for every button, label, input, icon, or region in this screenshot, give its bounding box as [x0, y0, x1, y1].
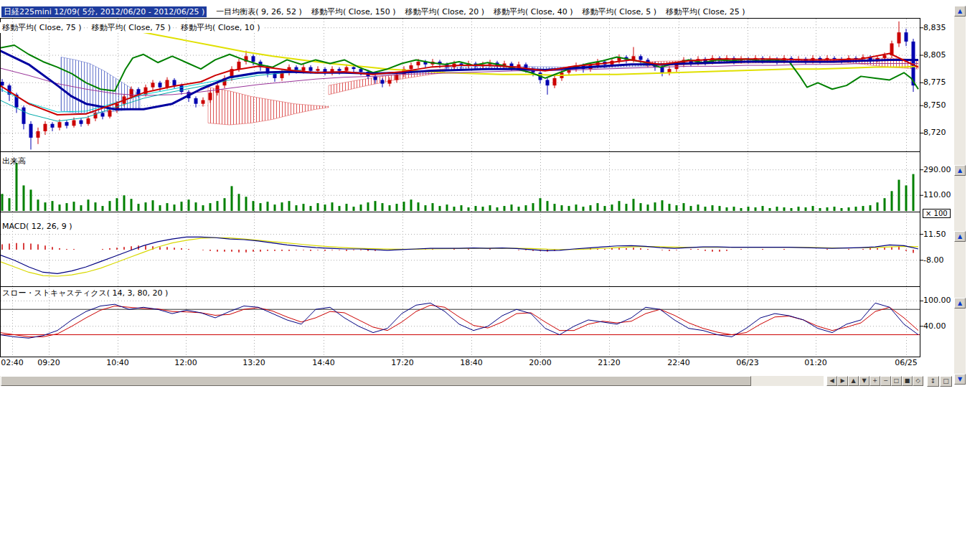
volume-axis-label: 110.00 — [923, 190, 951, 199]
time-axis-label: 22:40 — [667, 358, 690, 367]
indicator-chip-1-1[interactable]: 日経225mini 12/09( 5分, 2012/06/20 - 2012/0… — [1, 6, 207, 17]
scroll-up-button-pane-2[interactable]: ▲ — [954, 165, 966, 176]
volume-pane-title: 出来高 — [2, 156, 26, 166]
time-axis-label: 10:40 — [106, 358, 129, 367]
scroll-right-button[interactable]: ▶ — [837, 376, 848, 386]
indicator-chip-1-5[interactable]: 移動平均( Close, 40 ) — [494, 6, 573, 17]
indicator-chip-1-2[interactable]: 一目均衡表( 9, 26, 52 ) — [216, 6, 302, 17]
time-axis-label: 13:20 — [242, 358, 265, 367]
horizontal-scrollbar-thumb[interactable] — [1, 376, 751, 386]
indicator-header-row-2: 移動平均( Close, 75 )移動平均( Close, 75 )移動平均( … — [0, 19, 268, 33]
scroll-left-button[interactable]: ◀ — [826, 376, 837, 386]
scroll-up-button-pane-3[interactable]: ▲ — [954, 231, 966, 242]
time-axis-label: 12:00 — [174, 358, 197, 367]
price-axis-label: 8,775 — [923, 77, 946, 87]
macd-pane-title: MACD( 12, 26, 9 ) — [2, 222, 72, 231]
full-range-button[interactable]: ■ — [902, 376, 913, 386]
indicator-chip-1-6[interactable]: 移動平均( Close, 5 ) — [583, 6, 657, 17]
price-axis-label: 8,835 — [923, 23, 946, 32]
time-axis-label: 14:40 — [312, 358, 335, 367]
volume-axis-label: 290.00 — [923, 165, 951, 174]
pane-resize-button[interactable]: ↕ — [927, 376, 939, 387]
time-axis-label: 17:20 — [391, 358, 414, 367]
layout-button[interactable]: □ — [940, 376, 952, 387]
macd-axis-label: 11.50 — [923, 230, 946, 239]
zoom-out-button[interactable]: ▼ — [859, 376, 870, 386]
shrink-button[interactable]: − — [880, 376, 891, 386]
time-axis-label: 18:40 — [460, 358, 483, 367]
vertical-scrollbar-track[interactable] — [954, 6, 966, 385]
time-axis-label: 01:20 — [804, 358, 827, 367]
time-axis-label: 20:00 — [529, 358, 552, 367]
stochastics-pane-title: スロー・ストキャスティクス( 14, 3, 80, 20 ) — [2, 288, 168, 298]
scroll-up-button-pane-1[interactable]: ▲ — [954, 6, 966, 17]
indicator-chip-2-3[interactable]: 移動平均( Close, 10 ) — [179, 22, 263, 33]
expand-button[interactable]: + — [870, 376, 880, 386]
cursor-mode-button[interactable]: ◇ — [913, 376, 923, 386]
macd-axis-label: -8.00 — [923, 255, 943, 265]
chart-canvas[interactable] — [0, 0, 980, 551]
price-axis-label: 8,805 — [923, 50, 946, 60]
zoom-in-button[interactable]: ▲ — [848, 376, 859, 386]
indicator-chip-2-1[interactable]: 移動平均( Close, 75 ) — [0, 22, 84, 33]
time-axis-label: 21:20 — [598, 358, 621, 367]
indicator-chip-1-7[interactable]: 移動平均( Close, 25 ) — [666, 6, 745, 17]
indicator-chip-1-4[interactable]: 移動平均( Close, 20 ) — [405, 6, 484, 17]
time-axis-label: 06/25 — [895, 358, 918, 367]
indicator-chip-2-2[interactable]: 移動平均( Close, 75 ) — [90, 22, 174, 33]
fit-button[interactable]: □ — [891, 376, 902, 386]
scroll-up-button-pane-4[interactable]: ▲ — [954, 298, 966, 309]
scroll-down-button[interactable]: ▼ — [954, 374, 966, 385]
price-axis-label: 8,750 — [923, 100, 946, 110]
stoch-axis-label: 100.00 — [923, 296, 951, 305]
time-axis-label: 06/23 — [736, 358, 759, 367]
price-axis-label: 8,720 — [923, 128, 946, 137]
chart-plot-area[interactable] — [0, 0, 980, 551]
time-axis-label: 09:20 — [37, 358, 60, 367]
time-axis-label: 02:40 — [1, 358, 24, 367]
volume-multiplier-badge: × 100 — [923, 209, 951, 218]
indicator-header-row-1: 日経225mini 12/09( 5分, 2012/06/20 - 2012/0… — [1, 4, 755, 17]
indicator-chip-1-3[interactable]: 移動平均( Close, 150 ) — [311, 6, 396, 17]
stoch-axis-label: 40.00 — [923, 321, 946, 331]
